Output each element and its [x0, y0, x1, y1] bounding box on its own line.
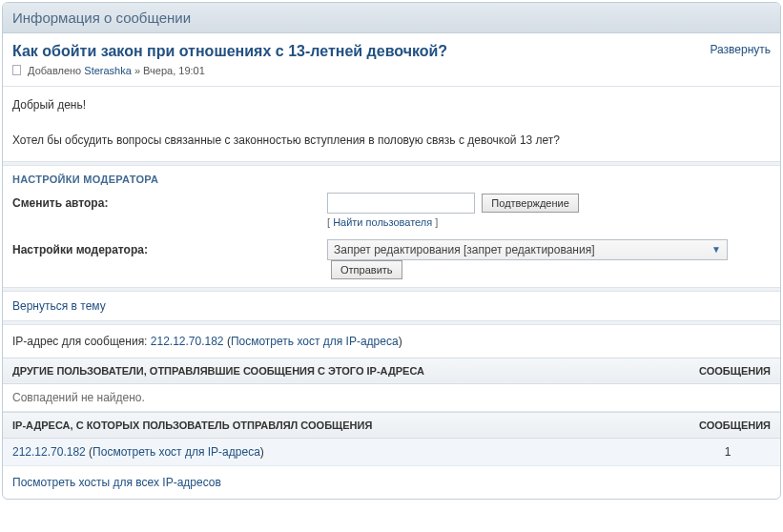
mod-settings-row: Настройки модератора: Запрет редактирова…: [3, 235, 780, 287]
chevron-down-icon: ▼: [711, 244, 721, 255]
other-users-table: ДРУГИЕ ПОЛЬЗОВАТЕЛИ, ОТПРАВЛЯВШИЕ СООБЩЕ…: [3, 358, 780, 412]
mod-action-selected: Запрет редактирования [запрет редактиров…: [334, 243, 595, 256]
author-link[interactable]: Sterashka: [84, 65, 132, 76]
panel-title: Информация о сообщении: [3, 3, 780, 33]
paren-close: ): [399, 335, 402, 348]
confirm-button[interactable]: Подтверждение: [482, 194, 578, 213]
row-host-link[interactable]: Посмотреть хост для IP-адреса: [93, 445, 260, 459]
other-users-head-msgs: СООБЩЕНИЯ: [675, 358, 780, 383]
row-ip-link[interactable]: 212.12.70.182: [12, 445, 86, 459]
submit-button[interactable]: Отправить: [331, 260, 402, 279]
back-to-topic-link[interactable]: Вернуться в тему: [12, 299, 106, 313]
post-date: Вчера, 19:01: [143, 65, 205, 76]
table-row: Совпадений не найдено.: [3, 383, 780, 411]
post-body: Добрый день! Хотел бы обсудить вопросы с…: [3, 87, 780, 161]
mod-settings-label: Настройки модератора:: [12, 239, 327, 256]
no-match-cell: Совпадений не найдено.: [3, 383, 780, 411]
find-user-wrap: [ Найти пользователя ]: [327, 216, 771, 228]
back-row: Вернуться в тему: [3, 292, 780, 320]
message-info-panel: Информация о сообщении Как обойти закон …: [2, 2, 781, 500]
footer-links: Посмотреть хосты для всех IP-адресов: [3, 466, 780, 499]
moderator-heading: НАСТРОЙКИ МОДЕРАТОРА: [3, 166, 780, 189]
user-ips-head-msgs: СООБЩЕНИЯ: [675, 412, 780, 438]
post-header-section: Как обойти закон при отношениях с 13-лет…: [3, 33, 780, 87]
post-meta: Добавлено Sterashka » Вчера, 19:01: [12, 64, 447, 76]
added-prefix: Добавлено: [28, 65, 81, 76]
change-author-row: Сменить автора: Подтверждение [ Найти по…: [3, 189, 780, 235]
expand-link[interactable]: Развернуть: [710, 43, 771, 56]
ip-info-row: IP-адрес для сообщения: 212.12.70.182 (П…: [3, 325, 780, 358]
change-author-label: Сменить автора:: [12, 193, 327, 210]
ip-prefix: IP-адрес для сообщения:: [12, 335, 151, 348]
ip-host-lookup-link[interactable]: Посмотреть хост для IP-адреса: [231, 335, 399, 348]
all-hosts-link[interactable]: Посмотреть хосты для всех IP-адресов: [12, 476, 221, 489]
row-msg-count: 1: [675, 438, 780, 465]
user-ips-table: IP-АДРЕСА, С КОТОРЫХ ПОЛЬЗОВАТЕЛЬ ОТПРАВ…: [3, 412, 780, 466]
post-body-line1: Добрый день!: [12, 96, 771, 114]
other-users-head-main: ДРУГИЕ ПОЛЬЗОВАТЕЛИ, ОТПРАВЛЯВШИЕ СООБЩЕ…: [3, 358, 675, 383]
user-ips-head-main: IP-АДРЕСА, С КОТОРЫХ ПОЛЬЗОВАТЕЛЬ ОТПРАВ…: [3, 412, 675, 438]
post-title-link[interactable]: Как обойти закон при отношениях с 13-лет…: [12, 43, 447, 60]
meta-separator: »: [134, 65, 143, 76]
table-row: 212.12.70.182 (Посмотреть хост для IP-ад…: [3, 438, 780, 465]
find-user-link[interactable]: Найти пользователя: [333, 216, 432, 228]
ip-address-link[interactable]: 212.12.70.182: [151, 335, 224, 348]
mod-action-select[interactable]: Запрет редактирования [запрет редактиров…: [327, 239, 728, 260]
paren-close: ): [260, 445, 264, 459]
post-body-line2: Хотел бы обсудить вопросы связанные с за…: [12, 132, 771, 150]
change-author-input[interactable]: [327, 193, 475, 214]
document-icon: [12, 65, 21, 75]
